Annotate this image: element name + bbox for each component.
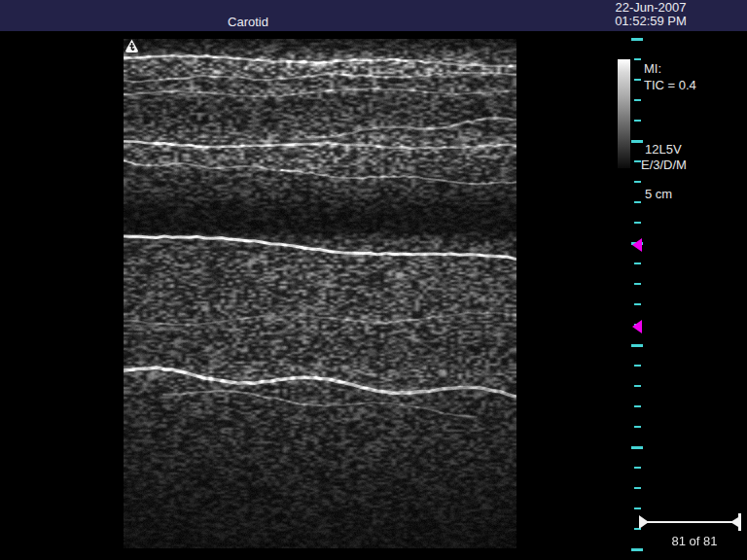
cine-progress-bar[interactable] <box>647 521 736 523</box>
depth-ruler-tick <box>634 487 641 489</box>
depth-ruler-tick <box>634 324 641 326</box>
depth-ruler-tick <box>634 365 641 367</box>
exam-preset-title: Carotid <box>175 15 321 29</box>
depth-ruler-tick <box>634 120 641 122</box>
ultrasound-image <box>124 39 516 548</box>
date-text: 22-Jun-2007 <box>579 1 723 15</box>
focus-marker-icon[interactable] <box>632 238 642 252</box>
cine-end-arrow-icon[interactable] <box>730 517 738 527</box>
depth-ruler-tick <box>631 242 643 245</box>
depth-ruler-tick <box>634 160 641 162</box>
depth-ruler-tick <box>631 548 643 551</box>
depth-ruler-tick <box>634 283 641 285</box>
grayscale-bar <box>618 59 630 168</box>
time-text: 01:52:59 PM <box>579 15 723 28</box>
ultrasound-screen: Carotid 22-Jun-2007 01:52:59 PM MI: TIC … <box>0 0 747 560</box>
depth-ruler-tick <box>634 99 641 101</box>
depth-ruler-tick <box>631 344 643 347</box>
focus-marker-icon[interactable] <box>632 320 642 333</box>
header-bar: Carotid 22-Jun-2007 01:52:59 PM <box>0 0 747 31</box>
depth-ruler-tick <box>634 201 641 203</box>
depth-ruler-tick <box>634 508 641 509</box>
depth-ruler-tick <box>634 467 641 469</box>
depth-label: 5 cm <box>645 187 672 201</box>
depth-ruler-tick <box>631 38 643 41</box>
depth-ruler-tick <box>634 385 641 387</box>
datetime-display: 22-Jun-2007 01:52:59 PM <box>579 1 723 28</box>
depth-ruler-tick <box>634 181 641 183</box>
depth-ruler-tick <box>631 446 643 449</box>
depth-ruler-tick <box>631 140 643 143</box>
mode-code-label: E/3/D/M <box>641 158 687 172</box>
depth-ruler-tick <box>634 303 641 305</box>
transducer-label: 12L5V <box>645 142 682 157</box>
depth-ruler-tick <box>634 79 641 81</box>
depth-ruler-tick <box>634 262 641 264</box>
mi-label: MI: <box>644 61 661 76</box>
probe-orientation-icon <box>124 39 139 53</box>
tic-label: TIC = 0.4 <box>644 78 696 92</box>
depth-ruler-tick <box>634 222 641 224</box>
depth-ruler-tick <box>634 405 641 407</box>
depth-ruler-tick <box>634 58 641 60</box>
cine-end-stop-icon <box>738 513 741 531</box>
frame-counter: 81 of 81 <box>659 534 729 548</box>
depth-ruler-tick <box>634 426 641 428</box>
